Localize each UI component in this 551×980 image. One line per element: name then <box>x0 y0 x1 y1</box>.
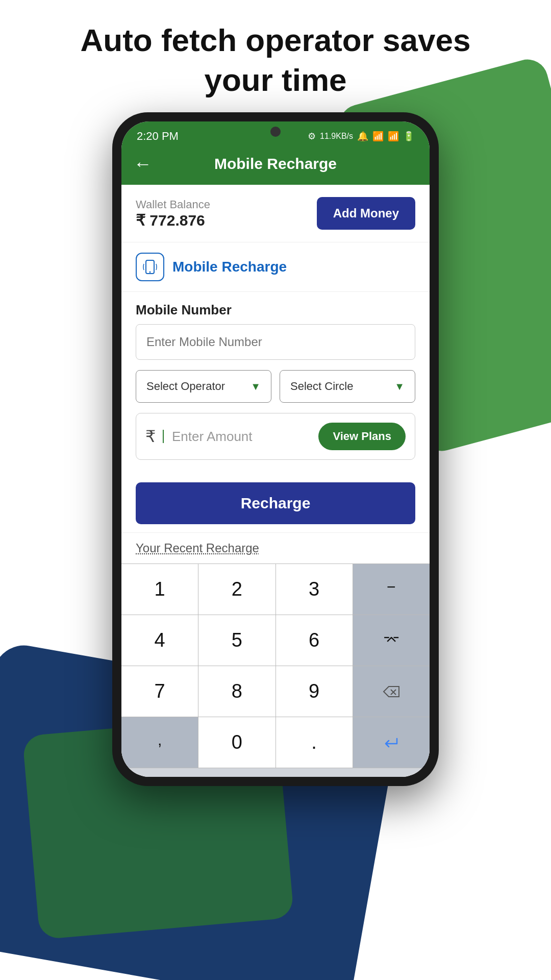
headline: Auto fetch operator saves your time <box>0 20 551 100</box>
key-tab[interactable]: ⌤ <box>353 615 430 666</box>
gear-icon: ⚙ <box>308 131 316 142</box>
key-minus[interactable]: − <box>353 564 430 615</box>
nav-back-button[interactable] <box>368 776 388 777</box>
recharge-button[interactable]: Recharge <box>136 482 415 524</box>
select-circle-dropdown[interactable]: Select Circle ▼ <box>280 370 415 403</box>
wallet-info: Wallet Balance ₹ 772.876 <box>136 198 210 229</box>
select-operator-label: Select Operator <box>146 380 225 393</box>
headline-line2: your time <box>204 62 346 97</box>
content-area: Wallet Balance ₹ 772.876 Add Money <box>121 185 430 777</box>
key-3[interactable]: 3 <box>276 564 353 615</box>
key-0[interactable]: 0 <box>198 717 276 768</box>
nav-bar <box>121 768 430 777</box>
back-button[interactable]: ← <box>134 153 152 175</box>
mobile-number-label: Mobile Number <box>136 302 415 318</box>
form-section: Mobile Number Select Operator ▼ Select C… <box>121 292 430 480</box>
key-5[interactable]: 5 <box>198 615 276 666</box>
service-title-row: Mobile Recharge <box>136 253 415 281</box>
key-6[interactable]: 6 <box>276 615 353 666</box>
rupee-icon: ₹ <box>145 427 156 446</box>
keyboard-row-3: 7 8 9 <box>121 666 430 717</box>
operator-chevron-icon: ▼ <box>251 381 261 393</box>
cursor-blink <box>163 430 164 443</box>
wallet-label: Wallet Balance <box>136 198 210 211</box>
headline-line1: Auto fetch operator saves <box>81 22 471 58</box>
network-speed: 11.9KB/s <box>320 132 353 141</box>
service-icon <box>136 253 164 281</box>
mobile-number-input[interactable] <box>136 324 415 360</box>
key-8[interactable]: 8 <box>198 666 276 717</box>
key-9[interactable]: 9 <box>276 666 353 717</box>
wifi-icon: 📶 <box>388 131 399 142</box>
alarm-icon: 🔔 <box>357 131 368 142</box>
nav-home-button[interactable] <box>163 776 183 777</box>
view-plans-button[interactable]: View Plans <box>318 423 406 450</box>
service-name: Mobile Recharge <box>172 259 287 275</box>
recent-title: Your Recent Recharge <box>136 541 259 555</box>
select-circle-label: Select Circle <box>290 380 353 393</box>
key-comma[interactable]: , <box>121 717 198 768</box>
select-operator-dropdown[interactable]: Select Operator ▼ <box>136 370 271 403</box>
page-title: Mobile Recharge <box>214 155 337 173</box>
status-time: 2:20 PM <box>137 130 179 143</box>
app-header: ← Mobile Recharge <box>121 147 430 185</box>
wallet-section: Wallet Balance ₹ 772.876 Add Money <box>121 185 430 242</box>
phone-screen: 2:20 PM ⚙ 11.9KB/s 🔔 📶 📶 🔋 ← Mobile Rech… <box>121 121 430 777</box>
battery-icon: 🔋 <box>403 131 414 142</box>
key-4[interactable]: 4 <box>121 615 198 666</box>
recent-section: Your Recent Recharge <box>121 532 430 564</box>
backspace-key[interactable] <box>353 666 430 717</box>
keyboard-row-2: 4 5 6 ⌤ <box>121 615 430 666</box>
keyboard: 1 2 3 − 4 5 6 ⌤ 7 8 9 <box>121 564 430 768</box>
key-period[interactable]: . <box>276 717 353 768</box>
amount-field-wrapper: ₹ Enter Amount View Plans <box>136 413 415 460</box>
keyboard-row-4: , 0 . <box>121 717 430 768</box>
status-icons: ⚙ 11.9KB/s 🔔 📶 📶 🔋 <box>308 131 414 142</box>
circle-chevron-icon: ▼ <box>394 381 405 393</box>
camera-notch <box>270 127 281 137</box>
signal-icon: 📶 <box>372 131 384 142</box>
dropdowns-row: Select Operator ▼ Select Circle ▼ <box>136 370 415 403</box>
key-enter[interactable] <box>353 717 430 768</box>
svg-point-1 <box>149 272 151 273</box>
amount-input[interactable]: Enter Amount <box>172 429 311 445</box>
service-section: Mobile Recharge <box>121 242 430 292</box>
keyboard-row-1: 1 2 3 − <box>121 564 430 615</box>
wallet-amount: ₹ 772.876 <box>136 211 210 229</box>
key-1[interactable]: 1 <box>121 564 198 615</box>
key-7[interactable]: 7 <box>121 666 198 717</box>
nav-recents-button[interactable] <box>265 776 286 777</box>
key-2[interactable]: 2 <box>198 564 276 615</box>
add-money-button[interactable]: Add Money <box>317 197 415 230</box>
phone-frame: 2:20 PM ⚙ 11.9KB/s 🔔 📶 📶 🔋 ← Mobile Rech… <box>112 112 439 786</box>
